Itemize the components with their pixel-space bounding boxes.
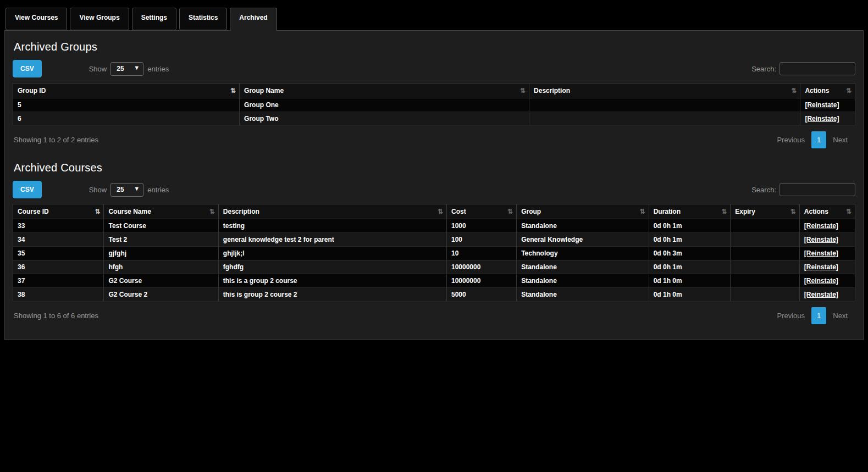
page-number-button[interactable]: 1 [811, 307, 826, 324]
table-cell: this is group 2 course 2 [218, 288, 446, 302]
table-cell: this is a group 2 course [218, 274, 446, 288]
table-cell: hfgh [104, 260, 218, 274]
reinstate-link[interactable]: [Reinstate] [804, 236, 838, 243]
reinstate-link[interactable]: [Reinstate] [804, 222, 838, 230]
column-header-cost[interactable]: Cost⇅ [446, 204, 516, 219]
csv-export-button[interactable]: CSV [13, 60, 42, 77]
table-cell: 38 [13, 288, 104, 302]
courses-pagination: Previous 1 Next [770, 307, 854, 324]
sort-icon: ⇅ [438, 208, 443, 215]
tab-view-groups[interactable]: View Groups [70, 8, 129, 30]
column-label: Description [534, 87, 570, 95]
column-header-description[interactable]: Description⇅ [529, 84, 800, 98]
tab-bar: View Courses View Groups Settings Statis… [0, 0, 868, 30]
tab-archived[interactable]: Archived [230, 8, 277, 31]
table-cell: 0d 0h 1m [649, 219, 731, 233]
actions-cell: [Reinstate] [799, 247, 855, 260]
column-header-description[interactable]: Description⇅ [218, 204, 446, 219]
reinstate-link[interactable]: [Reinstate] [805, 101, 839, 109]
sort-icon: ⇅ [95, 208, 100, 215]
table-cell: 37 [13, 274, 104, 288]
courses-table-footer: Showing 1 to 6 of 6 entries Previous 1 N… [13, 302, 855, 331]
table-cell: 36 [13, 260, 104, 274]
next-page-button[interactable]: Next [826, 131, 854, 148]
sort-icon: ⇅ [209, 208, 215, 215]
column-header-course-id[interactable]: Course ID⇅ [13, 204, 104, 219]
next-page-button[interactable]: Next [826, 307, 854, 324]
sort-icon: ⇅ [846, 208, 852, 215]
previous-page-button[interactable]: Previous [770, 307, 811, 324]
table-cell: G2 Course 2 [104, 288, 218, 302]
table-cell [731, 219, 800, 233]
column-label: Duration [654, 208, 681, 215]
table-cell: ghjljk;l [218, 247, 446, 260]
search-label: Search: [751, 186, 776, 194]
table-row: 35gjfghjghjljk;l10Technology0d 0h 3m[Rei… [13, 247, 855, 260]
actions-cell: [Reinstate] [800, 112, 855, 126]
column-header-actions[interactable]: Actions⇅ [800, 84, 855, 98]
table-row: 34Test 2general knowledge test 2 for par… [13, 233, 855, 247]
page-length-control: Show 25 ▼ entries [89, 183, 169, 197]
table-cell: 0d 0h 1m [649, 233, 731, 247]
table-cell: Group One [240, 98, 529, 112]
archived-groups-section: Archived Groups CSV Show 25 ▼ entries Se… [13, 41, 855, 155]
column-label: Actions [804, 208, 828, 215]
table-row: 6Group Two[Reinstate] [13, 112, 855, 126]
courses-table-controls: CSV Show 25 ▼ entries Search: [13, 181, 855, 198]
groups-table-controls: CSV Show 25 ▼ entries Search: [13, 60, 855, 77]
sort-icon: ⇅ [230, 87, 236, 95]
sort-icon: ⇅ [846, 87, 852, 95]
search-input[interactable] [779, 62, 855, 75]
table-cell: Standalone [517, 260, 649, 274]
search-input[interactable] [779, 183, 855, 196]
table-cell [731, 274, 800, 288]
actions-cell: [Reinstate] [800, 98, 855, 112]
table-row: 33Test Coursetesting1000Standalone0d 0h … [13, 219, 855, 233]
column-header-group-id[interactable]: Group ID⇅ [13, 84, 240, 98]
page-number-button[interactable]: 1 [811, 131, 826, 148]
show-label: Show [89, 186, 107, 194]
entries-label: entries [147, 186, 169, 194]
sort-icon: ⇅ [507, 208, 513, 215]
table-cell: testing [218, 219, 446, 233]
column-header-actions[interactable]: Actions⇅ [799, 204, 855, 219]
column-header-duration[interactable]: Duration⇅ [649, 204, 731, 219]
groups-pagination: Previous 1 Next [770, 131, 854, 148]
column-header-expiry[interactable]: Expiry⇅ [731, 204, 800, 219]
previous-page-button[interactable]: Previous [770, 131, 811, 148]
table-row: 37G2 Coursethis is a group 2 course10000… [13, 274, 855, 288]
archived-panel: Archived Groups CSV Show 25 ▼ entries Se… [4, 30, 864, 340]
csv-export-button[interactable]: CSV [13, 181, 42, 198]
archived-courses-section: Archived Courses CSV Show 25 ▼ entries S… [13, 162, 855, 331]
reinstate-link[interactable]: [Reinstate] [804, 277, 838, 285]
tab-settings[interactable]: Settings [132, 8, 176, 30]
page-length-select[interactable]: 25 [110, 62, 143, 76]
reinstate-link[interactable]: [Reinstate] [804, 249, 838, 257]
column-label: Group ID [18, 87, 46, 95]
tab-statistics[interactable]: Statistics [179, 8, 227, 30]
reinstate-link[interactable]: [Reinstate] [805, 115, 839, 123]
column-header-group[interactable]: Group⇅ [517, 204, 649, 219]
table-cell [731, 247, 800, 260]
table-cell [731, 260, 800, 274]
table-cell [731, 233, 800, 247]
table-cell: general knowledge test 2 for parent [218, 233, 446, 247]
tab-view-courses[interactable]: View Courses [5, 8, 67, 30]
table-cell: 10 [446, 247, 516, 260]
table-cell: 5000 [446, 288, 516, 302]
reinstate-link[interactable]: [Reinstate] [804, 263, 838, 271]
actions-cell: [Reinstate] [799, 274, 855, 288]
reinstate-link[interactable]: [Reinstate] [804, 291, 838, 298]
column-header-group-name[interactable]: Group Name⇅ [240, 84, 529, 98]
table-cell: 5 [13, 98, 240, 112]
courses-search-control: Search: [751, 183, 855, 196]
column-header-course-name[interactable]: Course Name⇅ [104, 204, 218, 219]
column-label: Expiry [735, 208, 755, 215]
archived-courses-title: Archived Courses [14, 162, 855, 174]
sort-icon: ⇅ [791, 87, 797, 95]
column-label: Description [223, 208, 259, 215]
page-length-select[interactable]: 25 [110, 183, 143, 197]
table-cell: 0d 1h 0m [649, 288, 731, 302]
table-cell: Test 2 [104, 233, 218, 247]
table-cell: fghdfg [218, 260, 446, 274]
